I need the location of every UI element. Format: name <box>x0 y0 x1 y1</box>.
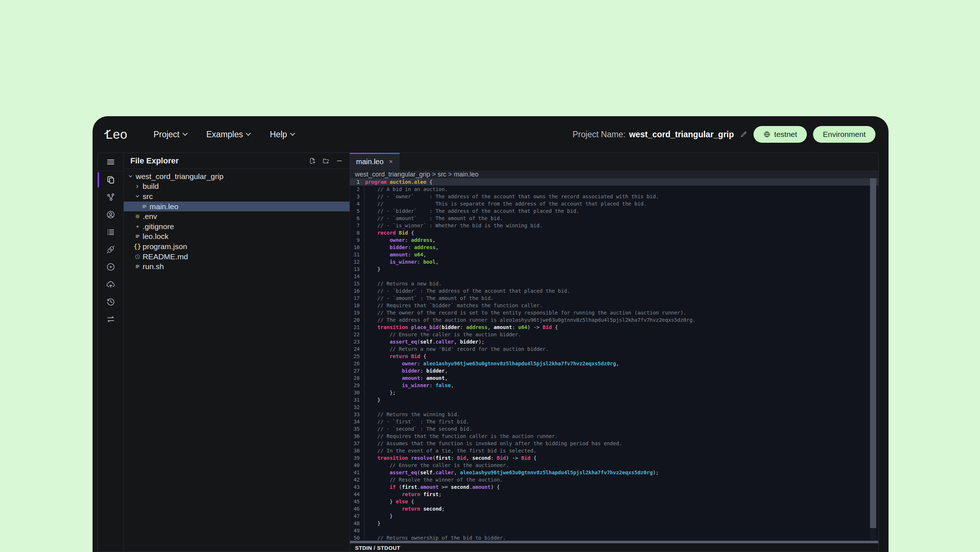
line-number: 7 <box>350 223 362 228</box>
code-lines: 1program auction.aleo {2 // A bid in an … <box>350 178 878 541</box>
console-panel[interactable]: STDIN / STDOUT <box>350 543 878 552</box>
code-line: 46 return second; <box>350 505 878 512</box>
line-number: 12 <box>350 259 362 265</box>
line-number: 1 <box>350 179 362 185</box>
new-file-icon[interactable] <box>309 157 316 164</box>
chev-down-icon <box>135 193 140 199</box>
files-icon <box>106 175 115 185</box>
line-number: 25 <box>350 353 362 359</box>
line-content: } <box>362 520 380 526</box>
code-line: 6 // - `amount` : The amount of the bid. <box>350 215 878 222</box>
activity-history[interactable] <box>98 293 123 311</box>
menu-label: Examples <box>207 130 243 139</box>
pencil-icon[interactable] <box>740 131 747 138</box>
code-line: 21 transition place_bid(bidder: address,… <box>350 324 878 331</box>
tree-item-.env[interactable]: .env <box>124 211 350 222</box>
activity-account[interactable] <box>98 206 123 223</box>
activity-run[interactable] <box>98 258 123 276</box>
line-number: 24 <box>350 346 362 352</box>
file-lines-icon <box>134 233 140 239</box>
file-explorer-title: File Explorer <box>130 156 178 166</box>
tree-item-label: run.sh <box>143 262 164 271</box>
line-content: // - `second` : The second bid. <box>362 426 472 432</box>
environment-button[interactable]: Environment <box>813 126 875 143</box>
environment-label: Environment <box>823 130 865 139</box>
line-content: } else { <box>362 499 414 504</box>
file-lines-icon <box>141 204 147 209</box>
line-content: // The owner of the record is set to the… <box>362 310 686 316</box>
tree-item-west-cord-triangular-grip[interactable]: west_cord_triangular_grip <box>124 171 350 182</box>
line-content: // The address of the auction runner is … <box>362 317 695 323</box>
activity-files[interactable] <box>98 171 123 188</box>
testnet-button[interactable]: testnet <box>754 126 807 143</box>
line-content: amount: amount, <box>362 375 448 381</box>
tree-item-build[interactable]: build <box>124 182 350 192</box>
menu-help[interactable]: Help <box>270 130 294 139</box>
line-number: 3 <box>350 193 362 199</box>
chevron-down-icon <box>182 131 187 136</box>
code-line: 32 <box>350 404 878 411</box>
cloud-upload-icon <box>106 280 115 289</box>
activity-graph[interactable] <box>98 188 123 206</box>
line-content: return first; <box>362 491 442 497</box>
line-content: is_winner: false, <box>362 383 454 388</box>
code-line: 11 amount: u64, <box>350 251 878 258</box>
tree-item-program.json[interactable]: {}program.json <box>124 241 350 252</box>
menu-label: Help <box>270 130 287 139</box>
tree-item-src[interactable]: src <box>124 191 350 201</box>
line-content: // - `amount` : The amount of the bid. <box>362 295 494 301</box>
line-number: 30 <box>350 390 362 396</box>
tree-item-readme.md[interactable]: README.md <box>124 252 350 262</box>
tree-item-label: build <box>143 182 159 191</box>
file-tree: west_cord_triangular_gripbuildsrcmain.le… <box>124 169 350 272</box>
file-lines-icon <box>134 264 140 270</box>
code-line: 38 // In the event of a tie, the first b… <box>350 447 878 454</box>
tab-main-leo[interactable]: main.leo <box>350 153 399 170</box>
line-number: 35 <box>350 426 362 432</box>
code-line: 41 assert_eq(self.caller, aleo1ashyu96tj… <box>350 469 878 476</box>
code-line: 26 owner: aleo1ashyu96tjwe63u0gtnnv8z5lh… <box>350 360 878 367</box>
line-content: } <box>362 513 393 519</box>
menu-label: Project <box>154 130 180 139</box>
code-line: 18 // Requires that `bidder` matches the… <box>350 302 878 309</box>
chevron-right-icon <box>134 184 140 189</box>
tree-item-main.leo[interactable]: main.leo <box>124 201 350 212</box>
code-line: 24 // Return a new 'Bid' record for the … <box>350 345 878 353</box>
tree-item-run.sh[interactable]: run.sh <box>124 262 350 272</box>
line-content: amount: u64, <box>362 252 426 257</box>
tree-item-leo.lock[interactable]: leo.lock <box>124 232 350 242</box>
line-number: 6 <box>350 215 362 221</box>
chevron-down-icon <box>290 131 295 136</box>
line-content: // - `amount` : The amount of the bid. <box>362 215 503 221</box>
line-number: 19 <box>350 310 362 316</box>
menu-examples[interactable]: Examples <box>207 130 250 139</box>
line-content: owner: aleo1ashyu96tjwe63u0gtnnv8z5lhapd… <box>362 361 619 367</box>
menu-project[interactable]: Project <box>154 130 187 139</box>
line-content: if (first.amount >= second.amount) { <box>362 484 500 490</box>
line-content: // - `first` : The first bid. <box>362 419 469 424</box>
code-line: 48 } <box>350 520 878 527</box>
activity-plug[interactable] <box>98 241 123 258</box>
line-content: // In the event of a tie, the first bid … <box>362 448 536 453</box>
code-editor[interactable]: 1program auction.aleo {2 // A bid in an … <box>350 178 878 541</box>
activity-cloud-upload[interactable] <box>98 276 123 293</box>
line-content: record Bid { <box>362 230 414 236</box>
tree-item-label: main.leo <box>150 202 178 211</box>
collapse-icon[interactable] <box>336 157 343 164</box>
code-line: 42 // Resolve the winner of the auction. <box>350 476 878 483</box>
activity-list[interactable] <box>98 223 123 241</box>
line-number: 15 <box>350 281 362 287</box>
vertical-scrollbar[interactable] <box>870 178 876 541</box>
diamond-icon <box>134 224 140 230</box>
activity-swap[interactable] <box>98 311 123 328</box>
new-folder-icon[interactable] <box>322 157 329 164</box>
code-line: 16 // - `bidder` : The address of the ac… <box>350 287 878 295</box>
code-line: 35 // - `second` : The second bid. <box>350 425 878 432</box>
tree-item-.gitignore[interactable]: .gitignore <box>124 222 350 232</box>
line-content: // Returns ownership of the bid to bidde… <box>362 535 506 541</box>
scrollbar-thumb[interactable] <box>870 178 876 528</box>
tab-label: main.leo <box>356 158 383 166</box>
hamburger-menu-button[interactable] <box>98 153 123 171</box>
close-icon[interactable] <box>388 159 393 164</box>
console-resize-handle[interactable] <box>350 541 878 543</box>
